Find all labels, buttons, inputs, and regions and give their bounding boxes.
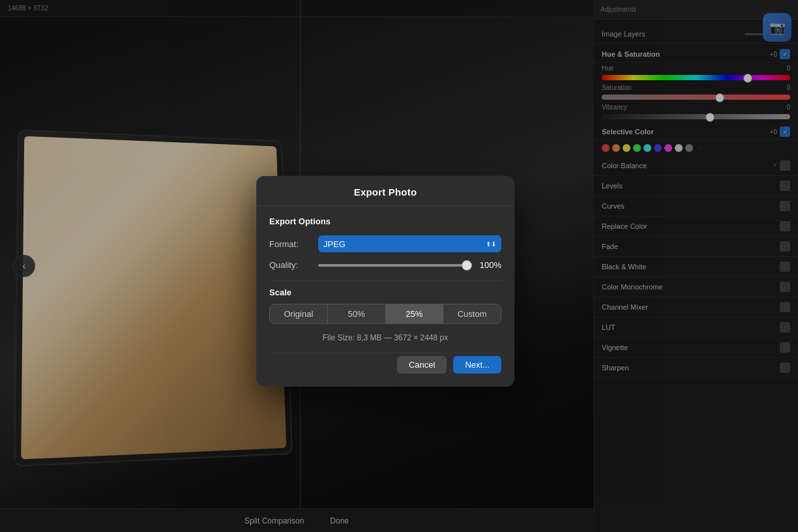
- scale-50-button[interactable]: 50%: [328, 304, 386, 323]
- next-button[interactable]: Next...: [453, 356, 501, 374]
- format-row: Format: JPEG ⬆⬇: [269, 235, 501, 252]
- quality-label: Quality:: [269, 260, 318, 270]
- scale-heading: Scale: [269, 288, 501, 297]
- quality-slider-container: 100%: [318, 260, 501, 270]
- format-select-arrow-icon: ⬆⬇: [486, 241, 496, 248]
- scale-custom-button[interactable]: Custom: [443, 304, 501, 323]
- export-photo-dialog: Export Photo Export Options Format: JPEG…: [256, 176, 514, 387]
- dialog-body: Export Options Format: JPEG ⬆⬇ Quality: …: [256, 206, 514, 387]
- scale-buttons-group: Original 50% 25% Custom: [269, 304, 501, 324]
- quality-value: 100%: [477, 260, 501, 270]
- dialog-footer: Cancel Next...: [269, 353, 501, 376]
- quality-row: Quality: 100%: [269, 260, 501, 270]
- quality-slider-thumb[interactable]: [462, 260, 472, 271]
- quality-slider-track[interactable]: [318, 264, 471, 267]
- format-select[interactable]: JPEG ⬆⬇: [318, 235, 501, 252]
- format-label: Format:: [269, 239, 318, 249]
- modal-overlay: Export Photo Export Options Format: JPEG…: [0, 0, 798, 532]
- export-options-heading: Export Options: [269, 216, 501, 226]
- scale-original-button[interactable]: Original: [270, 304, 328, 323]
- scale-25-button[interactable]: 25%: [386, 304, 444, 323]
- format-select-value: JPEG: [323, 239, 346, 249]
- cancel-button[interactable]: Cancel: [397, 356, 447, 374]
- section-divider: [269, 280, 501, 281]
- quality-slider-fill: [318, 264, 464, 267]
- dialog-title: Export Photo: [269, 186, 501, 198]
- file-size-info: File Size: 8,3 MB — 3672 × 2448 px: [269, 333, 501, 342]
- dialog-title-bar: Export Photo: [256, 176, 514, 206]
